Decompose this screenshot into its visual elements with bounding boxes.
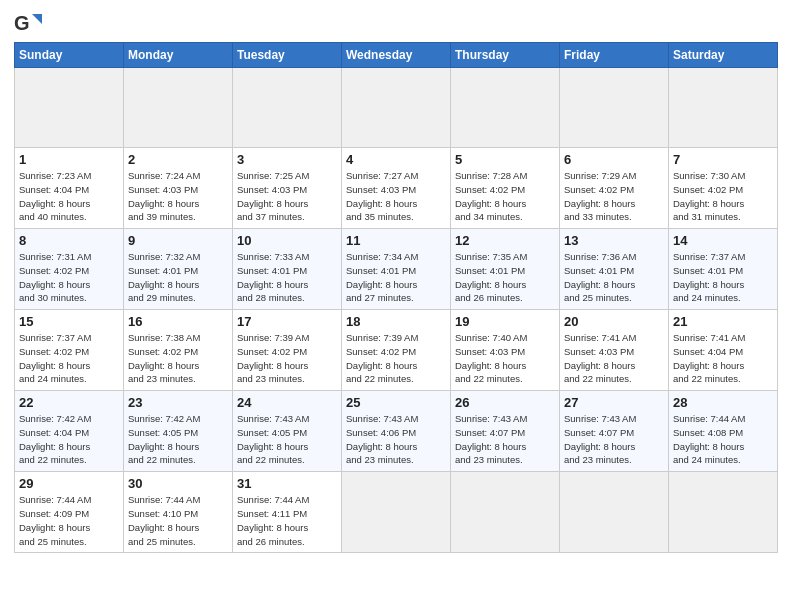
day-number: 22 bbox=[19, 395, 119, 410]
calendar-cell: 31Sunrise: 7:44 AM Sunset: 4:11 PM Dayli… bbox=[233, 472, 342, 553]
day-info: Sunrise: 7:44 AM Sunset: 4:10 PM Dayligh… bbox=[128, 493, 228, 548]
calendar-cell: 19Sunrise: 7:40 AM Sunset: 4:03 PM Dayli… bbox=[451, 310, 560, 391]
day-number: 30 bbox=[128, 476, 228, 491]
day-number: 25 bbox=[346, 395, 446, 410]
calendar-cell bbox=[342, 472, 451, 553]
day-info: Sunrise: 7:44 AM Sunset: 4:08 PM Dayligh… bbox=[673, 412, 773, 467]
day-number: 13 bbox=[564, 233, 664, 248]
calendar-cell: 10Sunrise: 7:33 AM Sunset: 4:01 PM Dayli… bbox=[233, 229, 342, 310]
calendar-cell: 21Sunrise: 7:41 AM Sunset: 4:04 PM Dayli… bbox=[669, 310, 778, 391]
week-row-3: 15Sunrise: 7:37 AM Sunset: 4:02 PM Dayli… bbox=[15, 310, 778, 391]
day-number: 6 bbox=[564, 152, 664, 167]
header-row: SundayMondayTuesdayWednesdayThursdayFrid… bbox=[15, 43, 778, 68]
day-number: 11 bbox=[346, 233, 446, 248]
calendar-cell: 22Sunrise: 7:42 AM Sunset: 4:04 PM Dayli… bbox=[15, 391, 124, 472]
calendar-cell: 8Sunrise: 7:31 AM Sunset: 4:02 PM Daylig… bbox=[15, 229, 124, 310]
day-info: Sunrise: 7:38 AM Sunset: 4:02 PM Dayligh… bbox=[128, 331, 228, 386]
day-info: Sunrise: 7:34 AM Sunset: 4:01 PM Dayligh… bbox=[346, 250, 446, 305]
header-cell-monday: Monday bbox=[124, 43, 233, 68]
calendar-cell: 17Sunrise: 7:39 AM Sunset: 4:02 PM Dayli… bbox=[233, 310, 342, 391]
header-cell-wednesday: Wednesday bbox=[342, 43, 451, 68]
header-cell-friday: Friday bbox=[560, 43, 669, 68]
calendar-cell: 15Sunrise: 7:37 AM Sunset: 4:02 PM Dayli… bbox=[15, 310, 124, 391]
day-info: Sunrise: 7:39 AM Sunset: 4:02 PM Dayligh… bbox=[346, 331, 446, 386]
day-info: Sunrise: 7:24 AM Sunset: 4:03 PM Dayligh… bbox=[128, 169, 228, 224]
day-info: Sunrise: 7:32 AM Sunset: 4:01 PM Dayligh… bbox=[128, 250, 228, 305]
calendar-cell: 26Sunrise: 7:43 AM Sunset: 4:07 PM Dayli… bbox=[451, 391, 560, 472]
day-info: Sunrise: 7:37 AM Sunset: 4:02 PM Dayligh… bbox=[19, 331, 119, 386]
day-number: 17 bbox=[237, 314, 337, 329]
day-number: 5 bbox=[455, 152, 555, 167]
calendar-cell: 30Sunrise: 7:44 AM Sunset: 4:10 PM Dayli… bbox=[124, 472, 233, 553]
week-row-5: 29Sunrise: 7:44 AM Sunset: 4:09 PM Dayli… bbox=[15, 472, 778, 553]
week-row-0 bbox=[15, 68, 778, 148]
day-info: Sunrise: 7:27 AM Sunset: 4:03 PM Dayligh… bbox=[346, 169, 446, 224]
day-number: 24 bbox=[237, 395, 337, 410]
day-number: 23 bbox=[128, 395, 228, 410]
day-info: Sunrise: 7:39 AM Sunset: 4:02 PM Dayligh… bbox=[237, 331, 337, 386]
day-info: Sunrise: 7:23 AM Sunset: 4:04 PM Dayligh… bbox=[19, 169, 119, 224]
day-number: 26 bbox=[455, 395, 555, 410]
calendar-table: SundayMondayTuesdayWednesdayThursdayFrid… bbox=[14, 42, 778, 553]
calendar-cell bbox=[669, 68, 778, 148]
day-number: 4 bbox=[346, 152, 446, 167]
day-number: 20 bbox=[564, 314, 664, 329]
week-row-4: 22Sunrise: 7:42 AM Sunset: 4:04 PM Dayli… bbox=[15, 391, 778, 472]
day-info: Sunrise: 7:44 AM Sunset: 4:09 PM Dayligh… bbox=[19, 493, 119, 548]
calendar-cell bbox=[15, 68, 124, 148]
day-number: 15 bbox=[19, 314, 119, 329]
header-cell-tuesday: Tuesday bbox=[233, 43, 342, 68]
calendar-cell: 25Sunrise: 7:43 AM Sunset: 4:06 PM Dayli… bbox=[342, 391, 451, 472]
calendar-container: G SundayMondayTuesdayWednesdayThursdayFr… bbox=[0, 0, 792, 563]
calendar-cell: 4Sunrise: 7:27 AM Sunset: 4:03 PM Daylig… bbox=[342, 148, 451, 229]
calendar-cell bbox=[124, 68, 233, 148]
day-number: 12 bbox=[455, 233, 555, 248]
calendar-cell: 9Sunrise: 7:32 AM Sunset: 4:01 PM Daylig… bbox=[124, 229, 233, 310]
calendar-cell bbox=[669, 472, 778, 553]
day-info: Sunrise: 7:33 AM Sunset: 4:01 PM Dayligh… bbox=[237, 250, 337, 305]
calendar-cell: 12Sunrise: 7:35 AM Sunset: 4:01 PM Dayli… bbox=[451, 229, 560, 310]
calendar-cell: 28Sunrise: 7:44 AM Sunset: 4:08 PM Dayli… bbox=[669, 391, 778, 472]
day-info: Sunrise: 7:43 AM Sunset: 4:07 PM Dayligh… bbox=[564, 412, 664, 467]
calendar-cell bbox=[560, 68, 669, 148]
calendar-cell: 1Sunrise: 7:23 AM Sunset: 4:04 PM Daylig… bbox=[15, 148, 124, 229]
day-info: Sunrise: 7:42 AM Sunset: 4:04 PM Dayligh… bbox=[19, 412, 119, 467]
day-info: Sunrise: 7:43 AM Sunset: 4:06 PM Dayligh… bbox=[346, 412, 446, 467]
day-info: Sunrise: 7:29 AM Sunset: 4:02 PM Dayligh… bbox=[564, 169, 664, 224]
day-number: 10 bbox=[237, 233, 337, 248]
calendar-cell bbox=[233, 68, 342, 148]
svg-marker-1 bbox=[32, 14, 42, 24]
day-number: 1 bbox=[19, 152, 119, 167]
day-number: 14 bbox=[673, 233, 773, 248]
calendar-cell: 5Sunrise: 7:28 AM Sunset: 4:02 PM Daylig… bbox=[451, 148, 560, 229]
logo: G bbox=[14, 10, 44, 38]
svg-text:G: G bbox=[14, 12, 30, 34]
day-number: 27 bbox=[564, 395, 664, 410]
calendar-cell: 23Sunrise: 7:42 AM Sunset: 4:05 PM Dayli… bbox=[124, 391, 233, 472]
calendar-cell bbox=[451, 472, 560, 553]
day-info: Sunrise: 7:41 AM Sunset: 4:03 PM Dayligh… bbox=[564, 331, 664, 386]
calendar-cell: 27Sunrise: 7:43 AM Sunset: 4:07 PM Dayli… bbox=[560, 391, 669, 472]
day-number: 8 bbox=[19, 233, 119, 248]
day-number: 2 bbox=[128, 152, 228, 167]
day-info: Sunrise: 7:36 AM Sunset: 4:01 PM Dayligh… bbox=[564, 250, 664, 305]
calendar-cell: 11Sunrise: 7:34 AM Sunset: 4:01 PM Dayli… bbox=[342, 229, 451, 310]
calendar-cell: 14Sunrise: 7:37 AM Sunset: 4:01 PM Dayli… bbox=[669, 229, 778, 310]
day-number: 21 bbox=[673, 314, 773, 329]
day-number: 7 bbox=[673, 152, 773, 167]
calendar-cell: 7Sunrise: 7:30 AM Sunset: 4:02 PM Daylig… bbox=[669, 148, 778, 229]
day-number: 9 bbox=[128, 233, 228, 248]
day-number: 16 bbox=[128, 314, 228, 329]
calendar-cell bbox=[342, 68, 451, 148]
day-info: Sunrise: 7:43 AM Sunset: 4:07 PM Dayligh… bbox=[455, 412, 555, 467]
day-info: Sunrise: 7:25 AM Sunset: 4:03 PM Dayligh… bbox=[237, 169, 337, 224]
calendar-cell: 6Sunrise: 7:29 AM Sunset: 4:02 PM Daylig… bbox=[560, 148, 669, 229]
day-info: Sunrise: 7:35 AM Sunset: 4:01 PM Dayligh… bbox=[455, 250, 555, 305]
day-info: Sunrise: 7:43 AM Sunset: 4:05 PM Dayligh… bbox=[237, 412, 337, 467]
header-cell-saturday: Saturday bbox=[669, 43, 778, 68]
day-info: Sunrise: 7:40 AM Sunset: 4:03 PM Dayligh… bbox=[455, 331, 555, 386]
week-row-2: 8Sunrise: 7:31 AM Sunset: 4:02 PM Daylig… bbox=[15, 229, 778, 310]
day-number: 18 bbox=[346, 314, 446, 329]
day-number: 19 bbox=[455, 314, 555, 329]
day-info: Sunrise: 7:31 AM Sunset: 4:02 PM Dayligh… bbox=[19, 250, 119, 305]
